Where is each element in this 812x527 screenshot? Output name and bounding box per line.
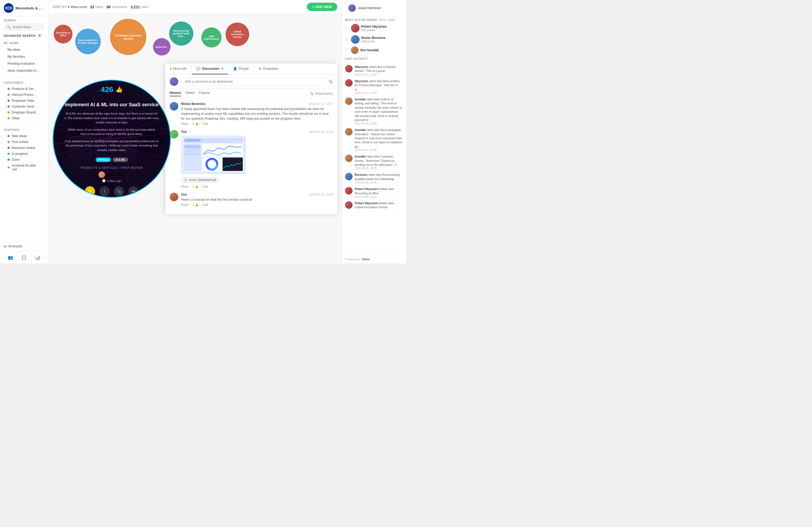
status-in-progress[interactable]: In progress	[4, 151, 44, 157]
svg-text:NASA: NASA	[6, 7, 12, 9]
you-like-icon-1[interactable]: 👍	[195, 185, 199, 189]
tab-discussion[interactable]: 💬 Discussion ▾	[192, 64, 228, 74]
add-new-button[interactable]: + ADD NEW	[307, 3, 337, 11]
advanced-search-count: 2	[37, 34, 42, 37]
all-boards-button[interactable]: ⊞ All boards	[4, 244, 44, 248]
edit-button[interactable]: ✏	[128, 186, 139, 196]
status-archived[interactable]: Archived for later use	[4, 163, 44, 172]
likes-count: 3,211	[130, 5, 140, 9]
category-employer-branding[interactable]: Employer Brandi...	[4, 109, 44, 115]
author-avatar	[99, 171, 105, 178]
status-done[interactable]: Done	[4, 157, 44, 163]
attach-button[interactable]: 📎	[114, 186, 124, 196]
tab-more-info[interactable]: ℹ More info	[165, 64, 191, 74]
search-label: SEARCH	[4, 19, 44, 22]
niclas-edit[interactable]: Edit	[203, 122, 208, 125]
category-products-services[interactable]: Products & Ser...	[4, 86, 44, 92]
you-like-count-2: 2	[192, 203, 194, 206]
detail-tabs: ℹ More info 💬 Discussion ▾ 👤 People	[165, 64, 337, 75]
ideas-label: Ideas	[95, 5, 103, 9]
right-panel-header: Jesse Nieminen	[342, 0, 406, 16]
jesse-avatar	[348, 4, 356, 12]
in-progress-label: In progress	[12, 152, 28, 156]
employer-branding-label: Employer Brandi...	[12, 110, 39, 114]
ideas-stat: 32 Ideas	[90, 5, 103, 9]
sort-popular[interactable]: Popular	[199, 91, 210, 96]
you-edit-2[interactable]: Edit	[203, 203, 208, 206]
sort-newest[interactable]: Newest	[170, 91, 181, 96]
star-button[interactable]: ⭐	[85, 186, 95, 196]
activity-avatar-8	[345, 201, 352, 209]
categories-section: CATEGORIES Products & Ser... Internal Pr…	[0, 79, 48, 122]
search-box[interactable]: 🔍	[4, 24, 44, 31]
niclas-like-icon[interactable]: 👍	[195, 122, 199, 125]
advanced-search[interactable]: ADVANCED SEARCH 2	[0, 34, 48, 39]
image-icon[interactable]: 🖼	[156, 85, 164, 94]
attachment-icon[interactable]: 📎	[329, 79, 333, 84]
done-label: Done	[12, 158, 19, 162]
status-business-review[interactable]: Business review	[4, 145, 44, 151]
category-employee-satisfaction[interactable]: Employee Satis...	[4, 98, 44, 104]
other-label: Other	[12, 117, 20, 120]
comments-stat: 86 Comments	[106, 5, 128, 9]
you-comment-header-2: You 2018-10-18, 11:03	[181, 193, 333, 196]
activity-avatar-2	[345, 79, 352, 87]
you-edit-1[interactable]: Edit	[203, 185, 208, 188]
sidebar-item-ideas-responsible[interactable]: Ideas responsible fo...	[4, 67, 44, 74]
niclas-likes: 0 👍	[192, 122, 199, 125]
tab-people[interactable]: 👤 People	[228, 64, 253, 74]
people-footer-icon[interactable]: 👥	[6, 253, 14, 261]
time-text: 4 days ago	[107, 179, 121, 182]
card-actions: ⭐ ↑ 📎 ✏	[85, 186, 139, 196]
niclas-rank-name: Niclas Borenius	[361, 36, 403, 40]
sidebar-item-my-favorites[interactable]: My favorites	[4, 53, 44, 60]
share-button[interactable]: ↑	[99, 186, 110, 196]
you-reply-1[interactable]: Reply	[181, 185, 188, 188]
sidebar-item-my-ideas[interactable]: My ideas	[4, 46, 44, 53]
bubble-canvas[interactable]: Recycling at office New position for Pro…	[48, 14, 342, 264]
niclas-reply[interactable]: Reply	[181, 122, 188, 125]
sidebar-header[interactable]: NASA Moonshots &... ▾	[0, 0, 48, 16]
petteri-avatar	[351, 24, 360, 32]
thumbs-up-icon[interactable]: 👍	[115, 86, 123, 93]
aiml-tag[interactable]: AI & ML	[113, 157, 128, 162]
dashboard-svg	[182, 137, 244, 173]
you-like-icon-2[interactable]: 👍	[195, 203, 199, 207]
rank-3-num: 3	[345, 48, 349, 52]
in-progress-dot	[8, 153, 10, 155]
sort-oldest[interactable]: Oldest	[185, 91, 195, 96]
rank-1: 1 Petteri Häyrynen 289 points	[342, 22, 406, 34]
dashboard-preview	[181, 136, 245, 174]
first-review-label: First review	[12, 140, 28, 144]
category-internal-process[interactable]: Internal Proces...	[4, 92, 44, 98]
category-other[interactable]: Other	[4, 115, 44, 121]
idea-time: 🕐 4 days ago	[102, 179, 121, 182]
categories-label: CATEGORIES	[4, 81, 44, 84]
most-active-label: MOST ACTIVE USERS This year	[342, 16, 406, 22]
customer-dot	[8, 105, 10, 108]
sort-by-control[interactable]: SORT BY ▾ Viima score	[53, 5, 87, 9]
isomaki-rank-name: Sini Isomäki	[360, 48, 403, 52]
product-tag[interactable]: Product	[96, 157, 111, 162]
file-attachment[interactable]: 📎 event_dashboard.gif	[181, 177, 219, 183]
clipboard-footer-icon[interactable]: 📋	[20, 253, 28, 261]
activity-content-2: Häyrynen rated idea New position for Pro…	[355, 79, 403, 94]
you-reply-2[interactable]: Reply	[181, 203, 188, 206]
tab-evaluation[interactable]: ⚙ Evaluation	[254, 64, 283, 74]
you-name-1: You	[181, 130, 187, 134]
category-customer-service[interactable]: Customer Servi...	[4, 104, 44, 109]
comment-input[interactable]	[181, 77, 326, 86]
petteri-name: Petteri Häyrynen	[361, 25, 403, 28]
status-new-ideas[interactable]: New ideas	[4, 133, 44, 139]
done-dot	[8, 159, 10, 161]
status-first-review[interactable]: First review	[4, 139, 44, 145]
comment-you-text: You 2018-10-18, 11:03 Here's a concept o…	[170, 193, 333, 207]
activity-list: Häyrynen rated idea Customer stories: "T…	[342, 61, 406, 212]
search-icon: 🔍	[7, 25, 11, 29]
chart-footer-icon[interactable]: 📊	[33, 253, 42, 261]
sort-value[interactable]: ▾ Viima score	[68, 5, 87, 9]
sidebar-item-pending-evaluation[interactable]: Pending evaluation	[4, 60, 44, 67]
petteri-points: 289 points	[361, 28, 403, 32]
attachments-link[interactable]: 📎 Attachments	[310, 92, 333, 95]
search-input[interactable]	[12, 25, 41, 29]
